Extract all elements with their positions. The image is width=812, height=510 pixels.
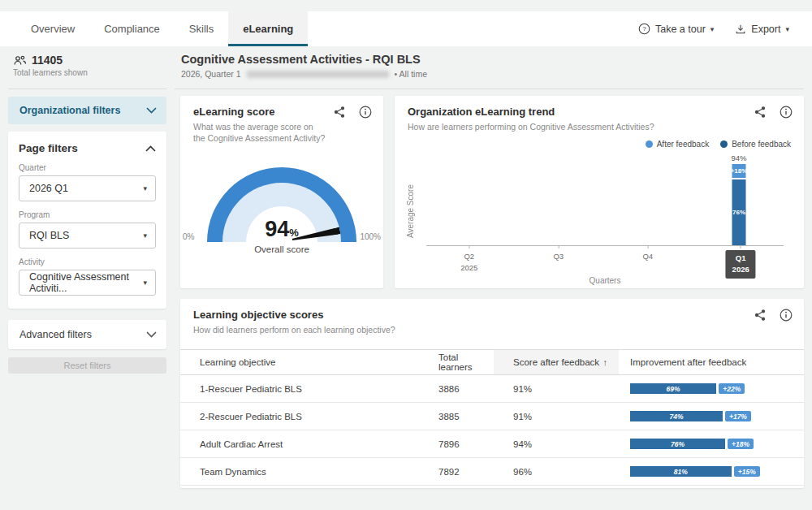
share-icon[interactable] bbox=[754, 106, 767, 119]
program-select[interactable]: RQI BLS ▾ bbox=[19, 223, 156, 249]
x-tick-q2-2025: Q22025 bbox=[460, 245, 477, 274]
program-label: Program bbox=[19, 210, 156, 219]
reset-filters-button[interactable]: Reset filters bbox=[8, 357, 166, 374]
legend-dot-after bbox=[646, 140, 653, 148]
tick-label: Q3 bbox=[553, 251, 564, 262]
chevron-down-icon: ▾ bbox=[785, 25, 789, 33]
legend-dot-before bbox=[720, 140, 728, 148]
improvement-chip: +15% bbox=[734, 466, 760, 477]
gauge-max-label: 100% bbox=[360, 232, 381, 241]
svg-text:?: ? bbox=[642, 25, 646, 32]
advanced-filters-toggle[interactable]: Advanced filters bbox=[8, 320, 166, 349]
trend-bar-after: +18% bbox=[732, 164, 746, 178]
score-after-cell: 94% bbox=[494, 439, 619, 449]
trend-plot-area: 94% +18% 76% Q22025Q3Q4Q12026 bbox=[426, 160, 784, 246]
x-tick-q1-2026[interactable]: Q12026 bbox=[726, 245, 756, 279]
score-gauge: 94% 0% 100% Overall score bbox=[180, 167, 383, 254]
nav-tabs: Overview Compliance Skills eLearning bbox=[0, 11, 308, 46]
before-feedback-bar: 74% bbox=[630, 411, 723, 421]
legend-after-feedback[interactable]: After feedback bbox=[646, 140, 709, 149]
share-icon[interactable] bbox=[333, 106, 346, 119]
tab-skills[interactable]: Skills bbox=[175, 11, 228, 46]
trend-bar-before: 76% bbox=[732, 179, 746, 245]
learning-objectives-table: Learning objective Total learners Score … bbox=[180, 349, 804, 486]
sort-ascending-icon[interactable]: ↑ bbox=[603, 357, 608, 367]
header-band: 11405 Total learners shown Cognitive Ass… bbox=[0, 46, 812, 89]
before-feedback-bar: 76% bbox=[630, 439, 725, 449]
learning-objective-scores-card: Learning objective scores How did learne… bbox=[180, 299, 804, 488]
gauge-caption: Overall score bbox=[254, 244, 309, 254]
tick-mark bbox=[741, 245, 741, 249]
column-header-total-learners[interactable]: Total learners bbox=[432, 350, 494, 374]
info-icon[interactable] bbox=[780, 106, 793, 119]
legend-before-feedback[interactable]: Before feedback bbox=[720, 140, 791, 149]
program-value: RQI BLS bbox=[29, 230, 69, 241]
table-row: 1-Rescuer Pediatric BLS388691%69%+22% bbox=[180, 375, 804, 403]
page-filters-toggle[interactable]: Page filters bbox=[19, 142, 156, 154]
improvement-cell: 81%+15% bbox=[619, 466, 804, 477]
objective-cell: Adult Cardiac Arrest bbox=[200, 439, 432, 449]
improvement-chip: +17% bbox=[725, 411, 751, 421]
info-icon[interactable] bbox=[780, 309, 793, 322]
chevron-up-icon bbox=[145, 145, 156, 152]
chevron-down-icon: ▾ bbox=[143, 231, 147, 240]
table-row: 2-Rescuer Pediatric BLS388591%74%+17% bbox=[180, 403, 804, 430]
quarter-label: Quarter bbox=[19, 163, 156, 172]
gauge-value: 94% bbox=[207, 217, 356, 242]
score-after-cell: 91% bbox=[494, 384, 619, 394]
activity-select[interactable]: Cognitive Assessment Activiti... ▾ bbox=[19, 270, 156, 296]
info-icon[interactable] bbox=[359, 106, 372, 119]
tick-mark bbox=[647, 245, 648, 249]
people-icon bbox=[13, 55, 27, 66]
column-header-improvement[interactable]: Improvement after feedback bbox=[619, 350, 804, 374]
top-navbar: Overview Compliance Skills eLearning ? T… bbox=[0, 11, 812, 46]
before-feedback-bar: 81% bbox=[630, 466, 732, 477]
page-filters-panel: Page filters Quarter 2026 Q1 ▾ Program R… bbox=[8, 132, 166, 309]
chevron-down-icon bbox=[146, 331, 157, 338]
filters-sidebar: Organizational filters Page filters Quar… bbox=[0, 89, 175, 510]
activity-value: Cognitive Assessment Activiti... bbox=[29, 271, 143, 294]
quarter-select[interactable]: 2026 Q1 ▾ bbox=[19, 175, 156, 201]
total-learners-value: 11405 bbox=[32, 54, 63, 67]
page-filters-label: Page filters bbox=[19, 142, 78, 154]
take-a-tour-button[interactable]: ? Take a tour ▾ bbox=[638, 23, 714, 35]
table-card-subtitle: How did learners perform on each learnin… bbox=[193, 324, 747, 335]
total-learners-cell: 7892 bbox=[432, 467, 494, 477]
tab-compliance[interactable]: Compliance bbox=[89, 11, 175, 46]
trend-bar-q1-2026[interactable]: 94% +18% 76% bbox=[732, 153, 746, 245]
tab-elearning[interactable]: eLearning bbox=[228, 11, 308, 46]
x-tick-q4: Q4 bbox=[642, 245, 653, 262]
table-row: Team Dynamics789296%81%+15% bbox=[180, 458, 804, 486]
take-a-tour-label: Take a tour bbox=[655, 24, 706, 35]
page-title: Cognitive Assessment Activities - RQI BL… bbox=[181, 53, 812, 66]
export-label: Export bbox=[751, 24, 780, 35]
tick-label: Q22025 bbox=[460, 251, 477, 274]
share-icon[interactable] bbox=[754, 309, 767, 322]
tick-label: Q4 bbox=[642, 251, 653, 262]
elearning-trend-card: Organization eLearning trend How are lea… bbox=[395, 96, 804, 288]
table-card-title: Learning objective scores bbox=[193, 309, 747, 321]
redacted-org-name bbox=[247, 71, 389, 78]
total-learners-cell: 7896 bbox=[432, 439, 494, 449]
trend-card-subtitle: How are learners performing on Cognitive… bbox=[408, 121, 747, 132]
table-row: Adult Cardiac Arrest789694%76%+18% bbox=[180, 430, 804, 458]
trend-legend: After feedback Before feedback bbox=[646, 140, 791, 149]
improvement-cell: 69%+22% bbox=[619, 383, 804, 394]
score-card-title: eLearning score bbox=[193, 106, 326, 118]
page-subtitle-range: • All time bbox=[395, 69, 427, 79]
column-header-learning-objective[interactable]: Learning objective bbox=[200, 350, 432, 374]
tab-overview[interactable]: Overview bbox=[16, 11, 89, 46]
organizational-filters-toggle[interactable]: Organizational filters bbox=[8, 97, 166, 124]
improvement-chip: +22% bbox=[719, 383, 745, 394]
tick-label[interactable]: Q12026 bbox=[726, 250, 756, 279]
page-subtitle-period: 2026, Quarter 1 bbox=[181, 69, 241, 79]
column-header-score-after-feedback[interactable]: Score after feedback ↑ bbox=[494, 350, 619, 374]
quarter-value: 2026 Q1 bbox=[29, 183, 68, 194]
export-button[interactable]: Export ▾ bbox=[735, 24, 789, 35]
table-header-row: Learning objective Total learners Score … bbox=[180, 349, 804, 375]
objective-cell: 2-Rescuer Pediatric BLS bbox=[200, 412, 432, 421]
score-after-cell: 91% bbox=[494, 412, 619, 421]
activity-label: Activity bbox=[19, 257, 156, 266]
question-circle-icon: ? bbox=[638, 23, 650, 35]
trend-bar-total-label: 94% bbox=[732, 153, 747, 162]
